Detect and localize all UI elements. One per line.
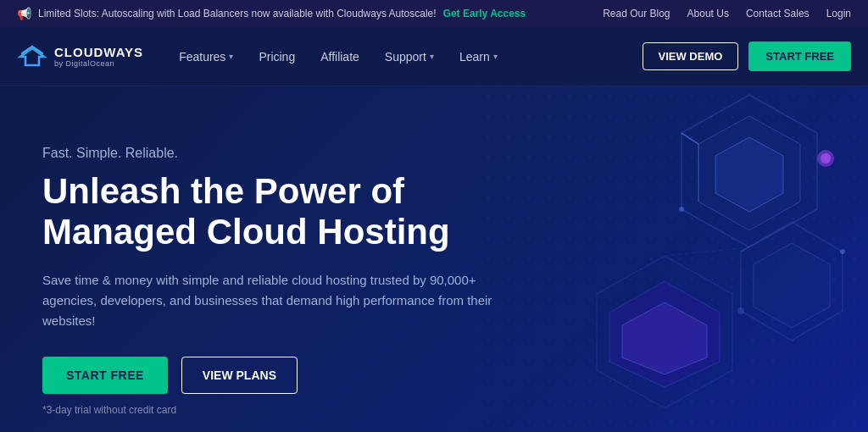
hero-description: Save time & money with simple and reliab… — [42, 270, 517, 331]
announcement-text: Limited Slots: Autoscaling with Load Bal… — [38, 8, 437, 19]
hero-tagline: Fast. Simple. Reliable. — [42, 146, 517, 161]
hero-view-plans-button[interactable]: VIEW PLANS — [181, 357, 298, 394]
nav-right: VIEW DEMO START FREE — [643, 42, 852, 71]
cloudways-logo-icon — [17, 45, 47, 69]
hero-content: Fast. Simple. Reliable. Unleash the Powe… — [42, 129, 517, 416]
logo-text: CLOUDWAYS by DigitalOcean — [54, 45, 143, 68]
read-blog-link[interactable]: Read Our Blog — [603, 8, 670, 19]
chevron-down-icon: ▾ — [493, 52, 498, 61]
chevron-down-icon: ▾ — [430, 52, 434, 61]
nav-links: Features ▾ Pricing Affiliate Support ▾ L… — [169, 43, 508, 70]
logo[interactable]: CLOUDWAYS by DigitalOcean — [17, 45, 143, 69]
svg-rect-18 — [478, 86, 851, 432]
logo-name: CLOUDWAYS — [54, 45, 143, 59]
login-link[interactable]: Login — [826, 8, 851, 19]
nav-pricing[interactable]: Pricing — [248, 43, 305, 70]
hero-start-free-button[interactable]: START FREE — [42, 357, 168, 394]
chevron-down-icon: ▾ — [229, 52, 233, 61]
early-access-link[interactable]: Get Early Access — [443, 8, 526, 19]
announcement-bar: 📢 Limited Slots: Autoscaling with Load B… — [0, 0, 868, 27]
hero-buttons: START FREE VIEW PLANS — [42, 357, 517, 394]
nav-learn[interactable]: Learn ▾ — [449, 43, 508, 70]
navbar: CLOUDWAYS by DigitalOcean Features ▾ Pri… — [0, 27, 868, 86]
start-free-button[interactable]: START FREE — [748, 42, 851, 71]
nav-left: CLOUDWAYS by DigitalOcean Features ▾ Pri… — [17, 43, 508, 70]
nav-features[interactable]: Features ▾ — [169, 43, 243, 70]
hero-title: Unleash the Power ofManaged Cloud Hostin… — [42, 171, 517, 253]
nav-affiliate[interactable]: Affiliate — [310, 43, 370, 70]
contact-sales-link[interactable]: Contact Sales — [746, 8, 810, 19]
view-demo-button[interactable]: VIEW DEMO — [643, 42, 739, 70]
about-us-link[interactable]: About Us — [687, 8, 729, 19]
nav-support[interactable]: Support ▾ — [375, 43, 444, 70]
hero-hex-svg — [478, 86, 851, 432]
trial-note: *3-day trial without credit card — [42, 404, 517, 416]
hero-section: Fast. Simple. Reliable. Unleash the Powe… — [0, 86, 868, 432]
megaphone-icon: 📢 — [17, 7, 31, 20]
hero-graphic — [478, 86, 851, 432]
announcement-right: Read Our Blog About Us Contact Sales Log… — [603, 8, 851, 19]
announcement-left: 📢 Limited Slots: Autoscaling with Load B… — [17, 7, 526, 20]
logo-sub: by DigitalOcean — [54, 59, 143, 68]
